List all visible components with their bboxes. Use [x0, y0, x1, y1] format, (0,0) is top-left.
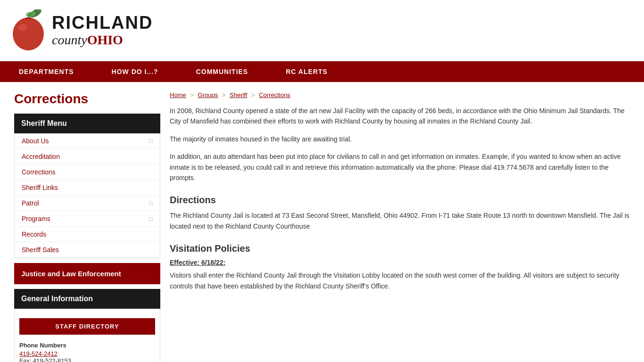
nav-communities[interactable]: COMMUNITIES: [177, 61, 267, 82]
breadcrumb: Home > Groups > Sheriff > Corrections: [170, 91, 630, 99]
sidebar: Corrections Sheriff Menu About Us □ Accr…: [14, 91, 160, 362]
phone-main-link[interactable]: 419-524-2412: [19, 350, 58, 357]
logo-text: RICHLAND countyOHIO: [52, 13, 153, 48]
main-content: Home > Groups > Sheriff > Corrections In…: [170, 91, 630, 362]
expand-icon: □: [149, 138, 153, 144]
breadcrumb-corrections[interactable]: Corrections: [259, 91, 290, 99]
general-info-content: STAFF DIRECTORY Phone Numbers 419-524-24…: [14, 309, 160, 362]
page-wrap: Corrections Sheriff Menu About Us □ Accr…: [0, 82, 644, 362]
phone-numbers: Phone Numbers 419-524-2412 Fax: 419-522-…: [19, 339, 155, 362]
breadcrumb-sep2: >: [222, 91, 227, 99]
sheriff-menu: About Us □ Accreditation Corrections She…: [14, 133, 160, 258]
menu-item-sheriff-sales[interactable]: Sheriff Sales: [15, 242, 160, 258]
intro-paragraph-2: The majority of inmates housed in the fa…: [170, 134, 630, 144]
nav-how-do-i[interactable]: HOW DO I...?: [93, 61, 177, 82]
expand-icon-patrol: □: [149, 200, 153, 206]
menu-item-accreditation[interactable]: Accreditation: [15, 149, 160, 165]
site-header: RICHLAND countyOHIO: [0, 0, 644, 61]
nav-rc-alerts[interactable]: RC ALERTS: [267, 61, 347, 82]
menu-item-about-us[interactable]: About Us □: [15, 133, 160, 149]
justice-law-enforcement-section[interactable]: Justice and Law Enforcement: [14, 263, 160, 284]
menu-item-programs[interactable]: Programs □: [15, 211, 160, 227]
svg-point-3: [18, 24, 27, 31]
menu-item-patrol[interactable]: Patrol □: [15, 196, 160, 211]
menu-item-sheriff-links[interactable]: Sheriff Links: [15, 180, 160, 196]
expand-icon-programs: □: [149, 215, 153, 222]
sheriff-menu-title: Sheriff Menu: [14, 114, 160, 133]
breadcrumb-sheriff[interactable]: Sheriff: [230, 91, 247, 99]
visitation-text: Visitors shall enter the Richland County…: [170, 270, 630, 291]
logo-apple-icon: [9, 9, 47, 52]
phone-fax: Fax: 419-522-8153: [19, 357, 71, 362]
visitation-heading: Visitation Policies: [170, 243, 630, 254]
page-title: Corrections: [14, 91, 160, 107]
breadcrumb-home[interactable]: Home: [170, 91, 186, 99]
menu-item-corrections[interactable]: Corrections: [15, 165, 160, 180]
intro-paragraph-3: In addition, an auto attendant has been …: [170, 151, 630, 183]
staff-directory-button[interactable]: STAFF DIRECTORY: [19, 318, 155, 335]
main-navigation: DEPARTMENTS HOW DO I...? COMMUNITIES RC …: [0, 61, 644, 82]
general-info-title: General Information: [14, 289, 160, 309]
content-body: In 2008, Richland County opened a state …: [170, 106, 630, 291]
directions-heading: Directions: [170, 195, 630, 206]
logo-container: RICHLAND countyOHIO: [9, 9, 153, 52]
breadcrumb-groups[interactable]: Groups: [198, 91, 218, 99]
breadcrumb-sep1: >: [190, 91, 195, 99]
breadcrumb-sep3: >: [251, 91, 256, 99]
svg-point-2: [13, 17, 44, 50]
intro-paragraph-1: In 2008, Richland County opened a state …: [170, 106, 630, 127]
directions-text: The Richland County Jail is located at 7…: [170, 210, 630, 231]
nav-departments[interactable]: DEPARTMENTS: [0, 61, 93, 82]
visitation-effective: Effective: 6/18/22:: [170, 259, 630, 266]
menu-item-records[interactable]: Records: [15, 227, 160, 242]
